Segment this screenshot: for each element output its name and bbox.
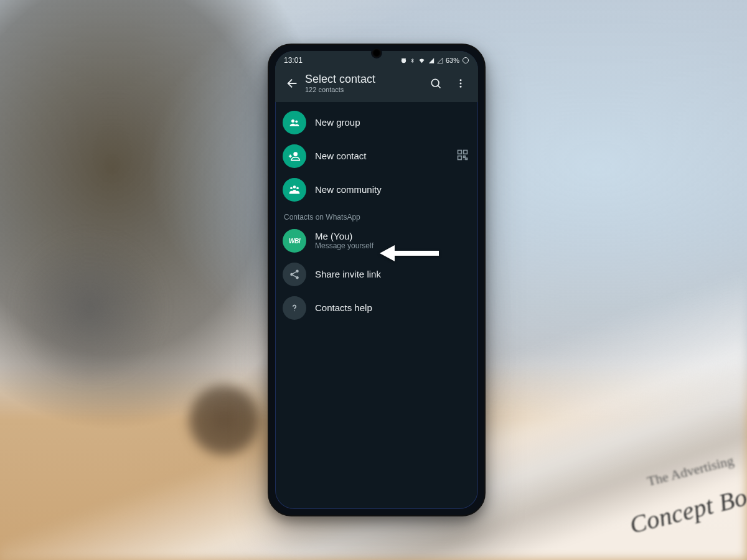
alarm-icon: [400, 57, 407, 64]
community-icon: [283, 178, 306, 202]
battery-text: 63%: [446, 57, 459, 64]
bg-book-subtitle: The Advertising: [646, 452, 735, 490]
svg-marker-19: [380, 245, 395, 261]
share-invite-row[interactable]: Share invite link: [275, 258, 478, 291]
svg-point-12: [290, 187, 293, 189]
back-button[interactable]: [280, 71, 305, 96]
group-icon: [283, 111, 306, 134]
new-group-label: New group: [315, 117, 471, 128]
signal-icon-2: [437, 57, 443, 64]
svg-point-13: [296, 187, 299, 189]
svg-point-7: [293, 152, 298, 156]
svg-rect-10: [458, 156, 462, 159]
section-header: Contacts on WhatsApp: [275, 207, 478, 224]
new-group-row[interactable]: New group: [275, 106, 478, 139]
svg-rect-8: [458, 150, 462, 154]
svg-point-15: [290, 273, 293, 276]
svg-point-5: [291, 119, 294, 123]
svg-point-4: [460, 86, 462, 88]
qr-code-icon: [456, 149, 469, 161]
phone-screen: 13:01 63% Select contact 122 cont: [275, 51, 478, 509]
photo-background: The Advertising Concept Book 13:01 63%: [0, 0, 747, 560]
svg-point-16: [296, 276, 299, 279]
contacts-help-label: Contacts help: [315, 302, 471, 313]
annotation-arrow: [380, 243, 442, 264]
new-contact-label: New contact: [315, 151, 446, 161]
app-bar-titles: Select contact 122 contacts: [305, 73, 423, 94]
page-title: Select contact: [305, 73, 423, 86]
signal-icon: [428, 57, 435, 64]
svg-point-3: [460, 83, 462, 85]
page-subtitle: 122 contacts: [305, 86, 423, 93]
share-invite-label: Share invite link: [315, 269, 471, 279]
more-menu-button[interactable]: [448, 71, 473, 96]
me-name: Me (You): [315, 231, 471, 241]
new-contact-row[interactable]: New contact: [275, 139, 478, 173]
qr-code-button[interactable]: [454, 149, 471, 164]
wifi-icon: [418, 57, 426, 64]
search-icon: [430, 77, 442, 90]
svg-point-0: [463, 58, 469, 63]
battery-icon: [462, 57, 469, 64]
help-icon: [283, 296, 306, 320]
bluetooth-icon: [410, 57, 415, 64]
svg-point-14: [296, 270, 299, 273]
more-vertical-icon: [455, 78, 466, 89]
svg-point-1: [431, 79, 439, 86]
svg-point-2: [460, 79, 462, 81]
add-contact-icon: [283, 144, 306, 168]
svg-rect-9: [464, 150, 467, 154]
arrow-left-icon: [286, 77, 299, 90]
status-time: 13:01: [284, 56, 303, 65]
svg-point-17: [294, 310, 295, 312]
contacts-help-row[interactable]: Contacts help: [275, 291, 478, 325]
app-bar: Select contact 122 contacts: [275, 67, 478, 102]
phone-frame: 13:01 63% Select contact 122 cont: [268, 44, 486, 516]
svg-point-6: [295, 120, 298, 123]
status-indicators: 63%: [400, 57, 469, 64]
arrow-left-icon: [380, 243, 442, 264]
new-community-row[interactable]: New community: [275, 173, 478, 207]
search-button[interactable]: [423, 71, 448, 96]
bg-book-title: Concept Book: [626, 477, 747, 540]
me-contact-row[interactable]: WBI Me (You) Message yourself: [275, 224, 478, 258]
contacts-list: New group New contact New community: [275, 102, 478, 325]
new-community-label: New community: [315, 184, 471, 195]
selfie-camera-hole: [372, 49, 381, 57]
me-avatar: WBI: [283, 229, 306, 253]
share-icon: [283, 263, 306, 286]
svg-point-11: [293, 185, 296, 189]
